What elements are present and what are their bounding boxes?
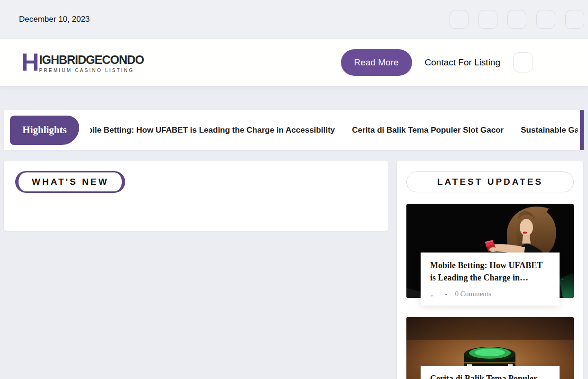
logo-name: IGHBRIDGECONDO bbox=[39, 54, 144, 66]
whats-new-heading: WHAT'S NEW bbox=[15, 171, 125, 193]
contact-for-listing-link[interactable]: Contact For Listing bbox=[425, 57, 500, 68]
site-header: H IGHBRIDGECONDO PREMIUM CASINO LISTING … bbox=[0, 39, 588, 86]
social-icon-3[interactable] bbox=[507, 10, 526, 29]
main-content: WHAT'S NEW LATEST UPDATES bbox=[4, 161, 584, 379]
article-title[interactable]: Cerita di Balik Tema Populer Slot Gacor bbox=[430, 372, 550, 379]
header-actions: Read More Contact For Listing bbox=[341, 49, 533, 76]
ticker-item[interactable]: Mobile Betting: How UFABET is Leading th… bbox=[90, 126, 335, 135]
logo-letter: H bbox=[21, 52, 38, 72]
social-icon-1[interactable] bbox=[450, 10, 469, 29]
whats-new-section: WHAT'S NEW bbox=[4, 161, 388, 231]
logo-tagline: PREMIUM CASINO LISTING bbox=[39, 68, 144, 73]
social-icon-4[interactable] bbox=[536, 10, 555, 29]
social-links bbox=[450, 10, 584, 29]
ticker-item[interactable]: Sustainable Gamb bbox=[521, 126, 578, 135]
latest-updates-heading: LATEST UPDATES bbox=[406, 171, 574, 192]
social-icon-2[interactable] bbox=[478, 10, 497, 29]
article-card: Mobile Betting: How UFABET is Leading th… bbox=[421, 253, 560, 306]
social-icon-5[interactable] bbox=[565, 10, 584, 29]
ticker-item[interactable]: Cerita di Balik Tema Populer Slot Gacor bbox=[352, 126, 504, 135]
article-meta: , • 0 Comments bbox=[430, 290, 550, 298]
highlights-badge: Highlights bbox=[10, 116, 79, 145]
article-byline: , bbox=[430, 290, 433, 298]
meta-separator-icon: • bbox=[445, 291, 447, 297]
sidebar-article: Mobile Betting: How UFABET is Leading th… bbox=[406, 204, 574, 306]
search-button[interactable] bbox=[513, 52, 533, 72]
ticker-viewport: Mobile Betting: How UFABET is Leading th… bbox=[90, 126, 578, 135]
sidebar-article: Cerita di Balik Tema Populer Slot Gacor bbox=[406, 317, 574, 379]
ticker-row: Mobile Betting: How UFABET is Leading th… bbox=[90, 126, 578, 135]
latest-updates-sidebar: LATEST UPDATES bbox=[397, 161, 583, 379]
topbar: December 10, 2023 bbox=[0, 0, 588, 39]
article-comments-link[interactable]: 0 Comments bbox=[455, 290, 491, 298]
site-logo[interactable]: H IGHBRIDGECONDO PREMIUM CASINO LISTING bbox=[21, 52, 144, 73]
current-date: December 10, 2023 bbox=[19, 15, 90, 24]
article-card: Cerita di Balik Tema Populer Slot Gacor bbox=[421, 366, 560, 379]
ticker-accent-bar bbox=[580, 110, 584, 150]
highlights-ticker-bar: Highlights Mobile Betting: How UFABET is… bbox=[4, 110, 584, 150]
article-title[interactable]: Mobile Betting: How UFABET is Leading th… bbox=[430, 259, 550, 284]
read-more-button[interactable]: Read More bbox=[341, 49, 412, 76]
